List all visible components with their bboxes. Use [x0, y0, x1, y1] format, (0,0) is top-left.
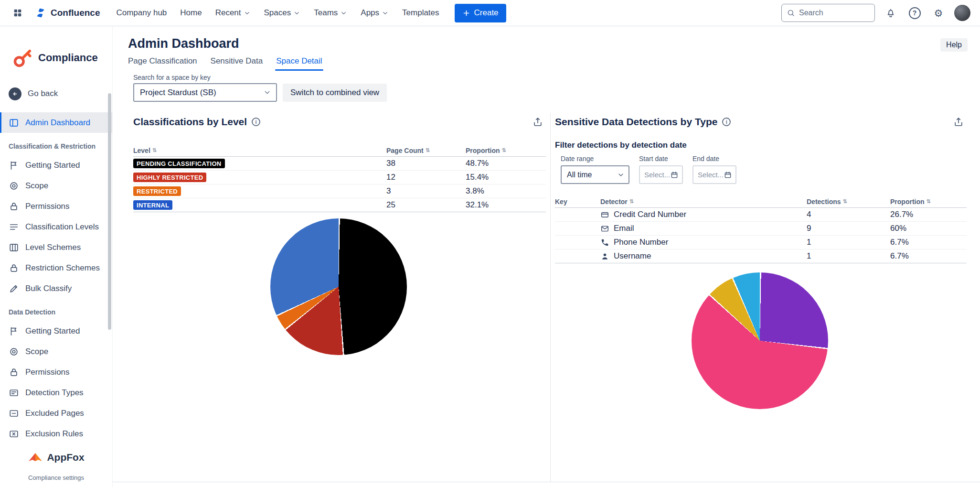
table-header-row: Key Detector⇅ Detections⇅ Proportion⇅ [555, 195, 967, 208]
column-header-detections[interactable]: Detections⇅ [807, 198, 890, 206]
sidebar-item-getting-started[interactable]: Getting Started [0, 155, 112, 175]
nav-item-home[interactable]: Home [180, 8, 202, 18]
nav-item-spaces[interactable]: Spaces [264, 8, 301, 18]
sidebar-item-label: Detection Types [25, 388, 84, 398]
nav-label: Apps [361, 8, 379, 18]
classifications-panel: Classifications by Level i Level⇅ Page C… [133, 115, 546, 482]
user-icon [600, 252, 609, 261]
info-icon[interactable]: i [252, 118, 260, 126]
sidebar-item-detection-types[interactable]: Detection Types [0, 382, 112, 403]
classification-badge: INTERNAL [133, 200, 172, 210]
column-header-level[interactable]: Level⇅ [133, 147, 386, 154]
sidebar-item-label: Scope [25, 347, 48, 357]
sidebar-item-level-schemes[interactable]: Level Schemes [0, 237, 112, 258]
nav-item-templates[interactable]: Templates [402, 8, 439, 18]
sidebar-item-label: Getting Started [25, 326, 80, 336]
space-picker-row: Project Stardust (SB) Switch to combined… [133, 83, 387, 102]
sidebar-item-scope-detection[interactable]: Scope [0, 341, 112, 362]
user-avatar[interactable] [954, 5, 970, 21]
column-header-proportion[interactable]: Proportion⇅ [890, 198, 967, 206]
sidebar-item-scope[interactable]: Scope [0, 175, 112, 196]
tab-page-classification[interactable]: Page Classification [128, 56, 197, 70]
confluence-logo[interactable]: Confluence [34, 7, 100, 19]
target-icon [9, 346, 19, 357]
export-icon[interactable] [530, 115, 546, 129]
sidebar-item-restriction-schemes[interactable]: Restriction Schemes [0, 258, 112, 278]
sidebar-footer: AppFox Compliance settings [0, 451, 112, 481]
column-header-detector[interactable]: Detector⇅ [600, 198, 807, 206]
nav-item-recent[interactable]: Recent [215, 8, 251, 18]
appfox-logo: AppFox [0, 451, 112, 464]
table-row: RESTRICTED 3 3.8% [133, 184, 546, 198]
app-switcher-icon[interactable] [10, 5, 26, 21]
go-back-button[interactable]: Go back [0, 87, 112, 101]
detections-value: 1 [807, 238, 890, 247]
page-count-value: 12 [386, 173, 466, 182]
target-icon [9, 181, 19, 191]
lock-icon [9, 201, 19, 212]
tab-sensitive-data[interactable]: Sensitive Data [211, 56, 263, 70]
levels-list-icon [9, 222, 19, 232]
start-date-input[interactable]: Select... [639, 165, 683, 184]
date-range-value: All time [567, 171, 592, 179]
calendar-icon [724, 171, 732, 179]
classification-badge: PENDING CLASSIFICATION [133, 159, 225, 168]
date-filter-row: Date range All time Start date Select...… [561, 155, 967, 184]
space-select[interactable]: Project Stardust (SB) [133, 83, 277, 102]
detections-value: 9 [807, 224, 890, 233]
detections-value: 4 [807, 210, 890, 219]
sidebar-item-getting-started-detection[interactable]: Getting Started [0, 321, 112, 341]
global-nav: Company hub Home Recent Spaces Teams App… [116, 8, 439, 18]
tab-space-detail[interactable]: Space Detail [276, 56, 322, 70]
nav-item-apps[interactable]: Apps [361, 8, 389, 18]
nav-label: Home [180, 8, 202, 18]
confluence-topbar: Confluence Company hub Home Recent Space… [0, 0, 980, 26]
sidebar-item-excluded-pages[interactable]: Excluded Pages [0, 403, 112, 423]
sidebar-item-admin-dashboard[interactable]: Admin Dashboard [0, 112, 112, 133]
help-button[interactable]: Help [940, 38, 968, 52]
page-title: Admin Dashboard [128, 36, 239, 51]
page-count-value: 38 [386, 159, 466, 168]
confluence-logo-icon [34, 7, 47, 19]
table-row: Credit Card Number 4 26.7% [555, 208, 967, 222]
columns-icon [9, 242, 19, 253]
nav-item-company-hub[interactable]: Company hub [116, 8, 167, 18]
table-header-row: Level⇅ Page Count⇅ Proportion⇅ [133, 144, 546, 157]
search-box[interactable] [781, 4, 875, 22]
detections-panel-title: Sensitive Data Detections by Type [555, 116, 717, 128]
compliance-settings-link[interactable]: Compliance settings [0, 474, 112, 481]
detector-name: Username [614, 251, 651, 261]
help-icon[interactable]: ? [906, 5, 923, 21]
column-header-page-count[interactable]: Page Count⇅ [386, 147, 466, 154]
detections-pie-chart [692, 272, 828, 409]
create-button[interactable]: Create [455, 4, 506, 22]
space-select-value: Project Stardust (SB) [140, 88, 216, 97]
settings-gear-icon[interactable]: ⚙ [930, 5, 947, 21]
sidebar-item-bulk-classify[interactable]: Bulk Classify [0, 278, 112, 299]
key-icon [12, 47, 33, 68]
sidebar-scrollbar[interactable] [108, 93, 111, 330]
table-row: Email 9 60% [555, 222, 967, 236]
date-range-group: Date range All time [561, 155, 629, 184]
sort-icon: ⇅ [927, 198, 931, 205]
sidebar-item-classification-levels[interactable]: Classification Levels [0, 216, 112, 237]
calendar-icon [670, 171, 679, 179]
detections-table: Key Detector⇅ Detections⇅ Proportion⇅ Cr… [555, 195, 967, 263]
sidebar-item-exclusion-rules[interactable]: Exclusion Rules [0, 423, 112, 444]
nav-item-teams[interactable]: Teams [314, 8, 347, 18]
sort-icon: ⇅ [502, 147, 506, 153]
chevron-down-icon [617, 171, 625, 179]
sidebar-item-label: Exclusion Rules [25, 429, 83, 439]
panel-divider [550, 113, 551, 482]
sidebar-item-permissions-detection[interactable]: Permissions [0, 362, 112, 382]
info-icon[interactable]: i [722, 118, 731, 126]
notifications-bell-icon[interactable] [883, 5, 899, 21]
sidebar-item-permissions[interactable]: Permissions [0, 196, 112, 216]
export-icon[interactable] [950, 115, 967, 129]
end-date-input[interactable]: Select... [692, 165, 736, 184]
switch-combined-view-button[interactable]: Switch to combined view [283, 84, 387, 102]
search-input[interactable] [799, 9, 870, 17]
table-row: HIGHLY RESTRICTED 12 15.4% [133, 171, 546, 184]
date-range-select[interactable]: All time [561, 165, 629, 184]
column-header-proportion[interactable]: Proportion⇅ [466, 147, 546, 154]
